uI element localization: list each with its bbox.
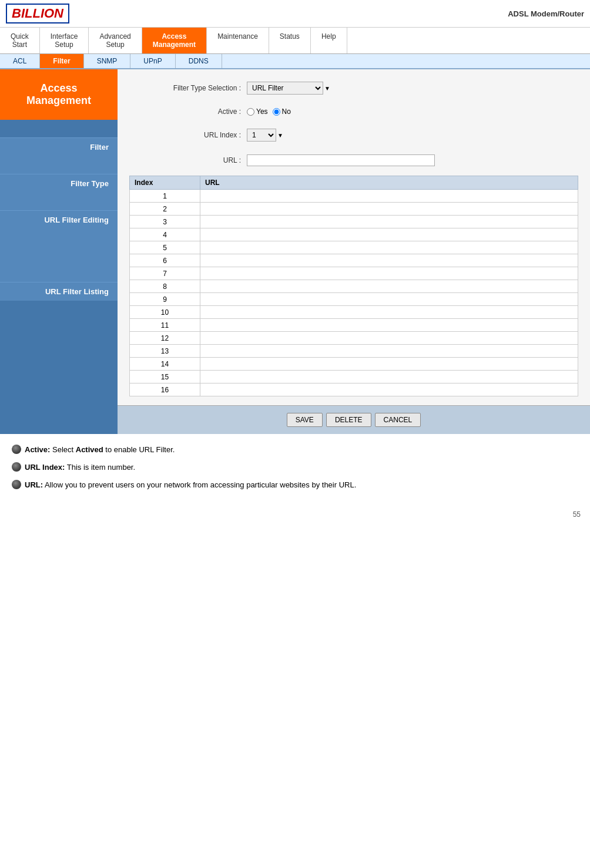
table-cell-url [200, 332, 578, 345]
nav-maintenance[interactable]: Maintenance [207, 28, 269, 53]
sidebar-url-filter-editing: URL Filter Editing [0, 210, 118, 229]
logo-text: B [12, 6, 21, 21]
help-url-index-label: URL Index: [25, 463, 65, 472]
table-row: 2 [130, 203, 578, 216]
active-yes-radio[interactable] [247, 108, 254, 116]
url-index-row: URL Index : 1234 5678 9101112 13141516 ▼ [129, 125, 578, 145]
subtab-filter[interactable]: Filter [40, 54, 83, 68]
table-row: 3 [130, 216, 578, 228]
table-header-index: Index [130, 176, 200, 190]
help-active-label: Active: [25, 445, 50, 454]
save-button[interactable]: SAVE [287, 413, 323, 427]
active-no-text: No [282, 107, 291, 116]
sidebar: AccessManagement Filter Filter Type URL … [0, 69, 118, 434]
table-cell-index: 1 [130, 190, 200, 203]
page-number: 55 [0, 506, 590, 523]
table-cell-url [200, 293, 578, 306]
active-no-radio[interactable] [273, 108, 280, 116]
subtab-acl[interactable]: ACL [0, 54, 40, 68]
subtab-snmp[interactable]: SNMP [84, 54, 131, 68]
active-yes-text: Yes [256, 107, 268, 116]
help-url-paragraph: URL: Allow you to prevent users on your … [12, 479, 578, 492]
help-active-paragraph: Active: Select Actived to enable URL Fil… [12, 443, 578, 456]
sidebar-filter-type: Filter Type [0, 174, 118, 193]
table-cell-url [200, 203, 578, 216]
cancel-button[interactable]: CANCEL [375, 413, 421, 427]
table-cell-url [200, 267, 578, 280]
table-row: 15 [130, 371, 578, 383]
nav-advanced-setup[interactable]: AdvancedSetup [89, 28, 142, 53]
nav-help[interactable]: Help [311, 28, 347, 53]
logo-text2: ON [44, 6, 63, 21]
action-bar: SAVE DELETE CANCEL [118, 405, 590, 434]
nav-quick-start[interactable]: QuickStart [0, 28, 40, 53]
table-cell-index: 9 [130, 293, 200, 306]
bullet-icon-active [12, 445, 21, 454]
filter-type-select[interactable]: URL Filter IP/MAC Filter Application Fil… [247, 82, 323, 95]
table-cell-index: 2 [130, 203, 200, 216]
table-cell-index: 10 [130, 306, 200, 319]
url-filter-listing-section: Index URL 12345678910111213141516 [129, 176, 578, 396]
subtab-ddns[interactable]: DDNS [176, 54, 222, 68]
table-row: 13 [130, 345, 578, 358]
active-yes-label[interactable]: Yes [247, 107, 268, 116]
url-row: URL : [129, 151, 578, 170]
table-cell-url [200, 254, 578, 267]
nav-status[interactable]: Status [269, 28, 311, 53]
table-row: 16 [130, 383, 578, 396]
table-row: 7 [130, 267, 578, 280]
content-inner: Filter Type Selection : URL Filter IP/MA… [118, 69, 590, 405]
url-index-label: URL Index : [129, 131, 247, 139]
table-cell-url [200, 241, 578, 254]
nav-interface-setup[interactable]: InterfaceSetup [40, 28, 89, 53]
table-header-url: URL [200, 176, 578, 190]
active-row: Active : Yes No [129, 104, 578, 119]
sidebar-filter: Filter [0, 137, 118, 156]
active-label: Active : [129, 107, 247, 116]
sidebar-title: AccessManagement [0, 69, 118, 120]
table-cell-url [200, 190, 578, 203]
table-cell-url [200, 280, 578, 293]
table-cell-index: 16 [130, 383, 200, 396]
logo: BILLION [6, 4, 69, 23]
url-index-select[interactable]: 1234 5678 9101112 13141516 [247, 129, 276, 142]
bullet-icon-url [12, 480, 21, 489]
table-row: 12 [130, 332, 578, 345]
url-input[interactable] [247, 154, 435, 166]
table-row: 10 [130, 306, 578, 319]
filter-table: Index URL 12345678910111213141516 [129, 176, 578, 396]
url-index-chevron: ▼ [277, 132, 283, 139]
filter-type-row: Filter Type Selection : URL Filter IP/MA… [129, 78, 578, 98]
table-cell-url [200, 345, 578, 358]
table-cell-index: 8 [130, 280, 200, 293]
table-row: 5 [130, 241, 578, 254]
table-cell-index: 14 [130, 358, 200, 371]
table-cell-index: 11 [130, 319, 200, 332]
active-no-label[interactable]: No [273, 107, 291, 116]
delete-button[interactable]: DELETE [326, 413, 371, 427]
table-row: 4 [130, 228, 578, 241]
table-cell-url [200, 371, 578, 383]
table-row: 1 [130, 190, 578, 203]
subtab-upnp[interactable]: UPnP [130, 54, 175, 68]
table-cell-url [200, 306, 578, 319]
table-cell-index: 15 [130, 371, 200, 383]
main-layout: AccessManagement Filter Filter Type URL … [0, 69, 590, 434]
header: BILLION ADSL Modem/Router [0, 0, 590, 28]
sidebar-url-filter-listing: URL Filter Listing [0, 282, 118, 301]
table-cell-url [200, 228, 578, 241]
table-cell-index: 3 [130, 216, 200, 228]
logo-accent: ILLI [21, 6, 44, 21]
content: Filter Type Selection : URL Filter IP/MA… [118, 69, 590, 434]
table-cell-index: 4 [130, 228, 200, 241]
table-row: 14 [130, 358, 578, 371]
table-row: 9 [130, 293, 578, 306]
table-cell-url [200, 216, 578, 228]
active-radio-group: Yes No [247, 107, 291, 116]
sub-tabs: ACL Filter SNMP UPnP DDNS [0, 54, 590, 69]
table-cell-index: 13 [130, 345, 200, 358]
bullet-icon-url-index [12, 462, 21, 472]
table-cell-url [200, 383, 578, 396]
nav-access-management[interactable]: AccessManagement [142, 28, 207, 53]
table-cell-index: 12 [130, 332, 200, 345]
